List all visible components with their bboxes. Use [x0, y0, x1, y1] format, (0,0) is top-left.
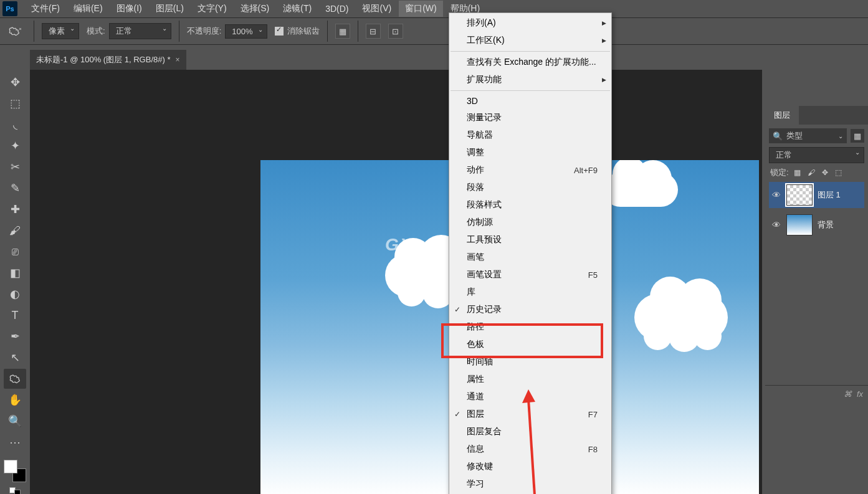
window-menu-item[interactable]: 仿制源 [449, 214, 611, 231]
layer-thumbnail[interactable] [786, 184, 813, 206]
menu-select[interactable]: 选择(S) [234, 1, 276, 17]
brush-tool-icon[interactable]: 🖌 [4, 221, 26, 240]
layer-name[interactable]: 背景 [818, 219, 834, 230]
layer-row[interactable]: 👁 背景 [769, 212, 864, 238]
menu-item-label: 路径 [467, 321, 484, 333]
pen-tool-icon[interactable]: ✒ [4, 326, 26, 346]
menu-item-label: 仿制源 [467, 217, 493, 228]
align-icon-1[interactable]: ▦ [335, 24, 350, 39]
crop-tool-icon[interactable]: ✂ [4, 157, 26, 177]
menu-view[interactable]: 视图(V) [356, 1, 398, 17]
mode-label: 模式: [87, 26, 105, 37]
lock-brush-icon[interactable]: 🖌 [806, 168, 816, 178]
layer-filter-dropdown[interactable]: 🔍 类型 [769, 128, 847, 143]
zoom-tool-icon[interactable]: 🔍 [4, 411, 26, 431]
antialias-label: 消除锯齿 [287, 26, 320, 37]
shape-tool-icon[interactable] [4, 369, 26, 389]
menu-3d[interactable]: 3D(D) [319, 1, 355, 16]
window-menu-item[interactable]: 工作区(K) [449, 32, 611, 49]
layer-thumbnail[interactable] [786, 214, 813, 235]
default-swatches-icon[interactable] [9, 487, 21, 494]
opacity-dropdown[interactable]: 100% [225, 24, 267, 39]
layer-row[interactable]: 👁 图层 1 [769, 182, 864, 208]
stamp-tool-icon[interactable]: ⎚ [4, 242, 26, 262]
hand-tool-icon[interactable]: ✋ [4, 390, 26, 410]
layers-tab[interactable]: 图层 [765, 106, 799, 125]
window-menu-item[interactable]: 查找有关 Exchange 的扩展功能... [449, 54, 611, 71]
blend-mode-dropdown[interactable]: 正常 [769, 147, 864, 163]
window-menu-item[interactable]: 段落 [449, 179, 611, 196]
window-menu-item[interactable]: 画笔设置F5 [449, 266, 611, 283]
opacity-label: 不透明度: [187, 26, 222, 37]
window-menu-item[interactable]: 工具预设 [449, 231, 611, 249]
filter-pixel-icon[interactable]: ▦ [851, 129, 864, 143]
mode-dropdown[interactable]: 正常 [109, 23, 171, 39]
edit-toolbar-icon[interactable]: ⋯ [4, 432, 26, 452]
color-swatches[interactable] [4, 460, 26, 482]
lasso-tool-icon[interactable]: ◟ [4, 115, 26, 135]
menu-edit[interactable]: 编辑(E) [67, 1, 109, 17]
menu-item-label: 画笔 [467, 252, 484, 263]
magic-wand-tool-icon[interactable]: ✦ [4, 136, 26, 156]
align-icon-3[interactable]: ⊡ [388, 24, 403, 39]
foreground-swatch[interactable] [4, 460, 17, 473]
window-menu-item[interactable]: 通道 [449, 388, 611, 406]
menu-filter[interactable]: 滤镜(T) [277, 1, 318, 17]
fx-icon[interactable]: fx [857, 389, 863, 399]
window-menu-item[interactable]: 排列(A) [449, 14, 611, 32]
window-menu-item[interactable]: 调整 [449, 144, 611, 161]
window-menu-item[interactable]: 动作Alt+F9 [449, 161, 611, 179]
window-menu-item[interactable]: 导航器 [449, 126, 611, 144]
window-menu-item[interactable]: 信息F8 [449, 440, 611, 458]
unit-dropdown[interactable]: 像素 [42, 23, 79, 39]
menu-image[interactable]: 图像(I) [110, 1, 148, 17]
visibility-icon[interactable]: 👁 [771, 220, 781, 230]
window-menu-item[interactable]: 属性 [449, 371, 611, 388]
eyedropper-tool-icon[interactable]: ✎ [4, 178, 26, 198]
menu-item-label: 学习 [467, 478, 484, 490]
eraser-tool-icon[interactable]: ◧ [4, 263, 26, 283]
antialias-checkbox[interactable] [275, 27, 284, 36]
marquee-tool-icon[interactable]: ⬚ [4, 93, 26, 113]
align-icon-2[interactable]: ⊟ [366, 24, 381, 39]
path-select-tool-icon[interactable]: ↖ [4, 348, 26, 368]
menu-item-label: 图层复合 [467, 426, 502, 437]
window-menu-dropdown: 排列(A)工作区(K)查找有关 Exchange 的扩展功能...扩展功能3D测… [449, 12, 612, 494]
window-menu-item[interactable]: 图层F7 [449, 406, 611, 423]
window-menu-item[interactable]: 图层复合 [449, 423, 611, 440]
window-menu-item[interactable]: 库 [449, 283, 611, 301]
window-menu-item[interactable]: 路径 [449, 318, 611, 336]
window-menu-item[interactable]: 时间轴 [449, 353, 611, 371]
window-menu-item[interactable]: 学习 [449, 475, 611, 493]
window-menu-item[interactable]: 3D [449, 93, 611, 109]
cloud-shape [603, 173, 678, 207]
layer-name[interactable]: 图层 1 [818, 189, 841, 201]
move-tool-icon[interactable]: ✥ [4, 72, 26, 92]
window-menu-item[interactable]: 扩展功能 [449, 71, 611, 88]
window-menu-item[interactable]: 历史记录 [449, 301, 611, 318]
lock-pixels-icon[interactable]: ▦ [793, 168, 803, 178]
window-menu-item[interactable]: 修改键 [449, 458, 611, 475]
menu-type[interactable]: 文字(Y) [191, 1, 233, 17]
type-tool-icon[interactable]: T [4, 305, 26, 325]
menu-file[interactable]: 文件(F) [25, 1, 66, 17]
menu-layer[interactable]: 图层(L) [150, 1, 190, 17]
link-layers-icon[interactable]: ⌘ [844, 389, 852, 399]
document-tab[interactable]: 未标题-1 @ 100% (图层 1, RGB/8#) * × [30, 50, 186, 70]
window-menu-item[interactable]: 画笔 [449, 249, 611, 266]
menu-item-shortcut: F7 [588, 410, 598, 419]
healing-tool-icon[interactable]: ✚ [4, 199, 26, 219]
gradient-tool-icon[interactable]: ◐ [4, 284, 26, 304]
options-bar: 像素 模式: 正常 不透明度: 100% 消除锯齿 ▦ ⊟ ⊡ [0, 17, 868, 45]
tool-preset-icon[interactable] [4, 22, 26, 40]
window-menu-item[interactable]: 色板 [449, 336, 611, 353]
menu-item-label: 调整 [467, 147, 484, 158]
visibility-icon[interactable]: 👁 [771, 190, 781, 200]
lock-artboard-icon[interactable]: ⬚ [834, 168, 844, 178]
window-menu-item[interactable]: 段落样式 [449, 196, 611, 214]
close-tab-icon[interactable]: × [175, 55, 179, 64]
lock-position-icon[interactable]: ✥ [820, 168, 830, 178]
menu-window[interactable]: 窗口(W) [399, 1, 443, 17]
menu-item-label: 画笔设置 [467, 269, 502, 280]
window-menu-item[interactable]: 测量记录 [449, 109, 611, 126]
